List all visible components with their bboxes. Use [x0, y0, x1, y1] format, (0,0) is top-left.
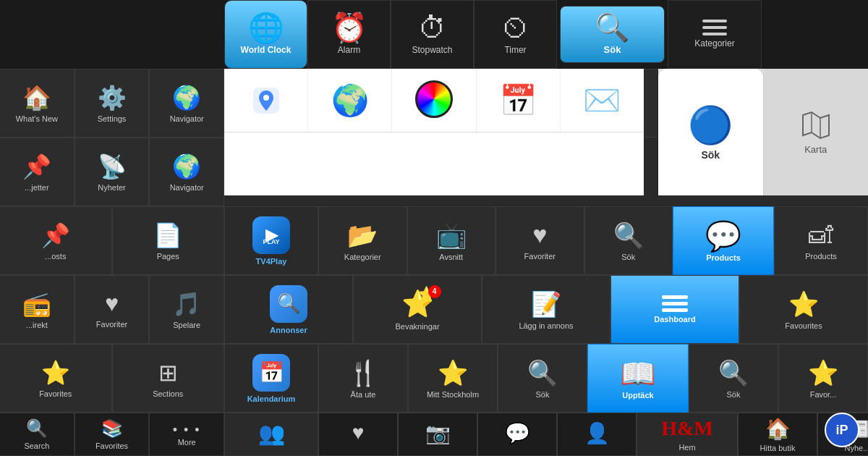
left-panel-row6: ⭐ Favorites ⊞ Sections: [0, 344, 224, 413]
navigator2-cell[interactable]: 🌍 Navigator: [149, 138, 224, 206]
calendar-icon: 📅: [499, 83, 537, 118]
star5-icon: ⭐: [438, 358, 468, 387]
ata-ute-cell[interactable]: 🍴 Äta ute: [318, 344, 408, 413]
gadgets-cell[interactable]: 📌 ...jetter: [0, 138, 75, 206]
kategorier3-cell[interactable]: 📂 Kategorier: [318, 206, 407, 275]
sections-label: Sections: [153, 389, 183, 398]
svg-point-1: [263, 95, 269, 101]
settings-cell[interactable]: ⚙️ Settings: [75, 69, 150, 138]
alarm-label: Alarm: [338, 45, 360, 55]
bevakningar-cell[interactable]: ⭐ ⭐ 4 Bevakningar: [353, 275, 482, 344]
sok-top-cell[interactable]: 🔍 Sök: [560, 6, 665, 63]
maps-app-cell[interactable]: [224, 69, 308, 132]
kategorier-top-cell[interactable]: Kategorier: [668, 0, 762, 69]
favorites5-label: Favorites: [39, 389, 72, 398]
overlay-bottom: [224, 132, 644, 195]
contacts-cell[interactable]: 👤: [557, 413, 637, 456]
ip-logo[interactable]: iP: [825, 413, 859, 447]
search4-icon: 🔍: [527, 358, 558, 387]
posts-icon: 📌: [41, 221, 70, 249]
radio-cell[interactable]: 📻 ...irekt: [0, 275, 75, 344]
posts-label: ...osts: [45, 252, 66, 261]
annonser-cell[interactable]: 🔍 Annonser: [224, 275, 353, 344]
people-cell[interactable]: 👥: [224, 413, 318, 456]
nyheter-cell[interactable]: 📡 Nyheter: [75, 138, 150, 206]
avsnitt-cell[interactable]: 📺 Avsnitt: [407, 206, 496, 275]
calendar-cell[interactable]: 📅: [477, 69, 561, 132]
main-cells-row6: 📅 Kalendarium 🍴 Äta ute ⭐ Mitt Stockholm…: [224, 344, 868, 413]
sok5-cell[interactable]: 🔍 Sök: [689, 344, 778, 413]
more-cell[interactable]: • • • More: [149, 413, 224, 456]
ata-ute-label: Äta ute: [351, 390, 376, 399]
folder2-icon: 📂: [347, 221, 378, 250]
favor-cell[interactable]: ⭐ Favor...: [778, 344, 868, 413]
star3-icon: ⭐: [788, 290, 819, 318]
grid-icon: ⊞: [158, 359, 178, 387]
star4-icon: ⭐: [41, 359, 70, 387]
world-clock-cell[interactable]: 🌐 World Clock: [224, 0, 307, 69]
left-panel-row5: 📻 ...irekt ♥ Favoriter 🎵 Spelare: [0, 275, 224, 344]
camera-icon: 📷: [425, 421, 451, 445]
alarm-cell[interactable]: ⏰ Alarm: [307, 0, 391, 69]
main-cells-row5: 🔍 Annonser ⭐ ⭐ 4 Bevakningar 📝 Lägg in a…: [224, 275, 868, 344]
nyheter-icon: 📡: [98, 153, 127, 180]
pages-label: Pages: [157, 252, 179, 261]
sofa-icon: 🛋: [809, 221, 833, 249]
mitt-stockholm-cell[interactable]: ⭐ Mitt Stockholm: [408, 344, 498, 413]
hitta-butik-label: Hitta butik: [760, 444, 796, 452]
favoriter4-cell[interactable]: ♥ Favoriter: [75, 275, 150, 344]
kalendarium-cell[interactable]: 📅 Kalendarium: [224, 344, 318, 413]
uptack-cell[interactable]: 📖 Upptäck: [587, 344, 689, 413]
stopwatch-cell[interactable]: ⏱ Stopwatch: [391, 0, 474, 69]
dashboard-icon: [662, 295, 688, 312]
sok4-label: Sök: [536, 390, 550, 399]
search-cell[interactable]: 🔍 Search: [0, 413, 75, 456]
overlay-panel: 🌍 📅 ✉️: [224, 69, 644, 195]
navigator2-icon: 🌍: [172, 153, 201, 180]
pages-cell[interactable]: 📄 Pages: [112, 206, 225, 275]
colorwheel-cell[interactable]: [392, 69, 476, 132]
karta-panel-cell[interactable]: Karta: [764, 69, 869, 195]
sok3-cell[interactable]: 🔍 Sök: [584, 206, 673, 275]
search-label: Search: [24, 442, 49, 450]
globe-app-cell[interactable]: 🌍: [308, 69, 392, 132]
music-icon: 🎵: [172, 290, 201, 318]
right-now-cell[interactable]: 💬 Products: [673, 206, 774, 275]
settings-icon: ⚙️: [98, 84, 127, 111]
avsnitt-label: Avsnitt: [439, 253, 463, 261]
camera-cell[interactable]: 📷: [398, 413, 477, 456]
kalendarium-icon: 📅: [252, 354, 290, 392]
tv4play-row: 📌 ...osts 📄 Pages ▶ PLAY TV4Play 📂 Kateg…: [0, 206, 868, 275]
posts-cell[interactable]: 📌 ...osts: [0, 206, 112, 275]
favoriter3-cell[interactable]: ♥ Favoriter: [495, 206, 584, 275]
navigator-cell[interactable]: 🌍 Navigator: [149, 69, 224, 138]
world-clock-label: World Clock: [241, 45, 292, 55]
favourites-cell[interactable]: ⭐ Favourites: [739, 275, 868, 344]
hem-label: Hem: [678, 443, 695, 452]
spelare-cell[interactable]: 🎵 Spelare: [149, 275, 224, 344]
hitta-butik-cell[interactable]: 🏠 Hitta butik: [738, 413, 817, 456]
navigator-label: Navigator: [170, 114, 204, 123]
tv4play-cell[interactable]: ▶ PLAY TV4Play: [224, 206, 318, 275]
sok4-cell[interactable]: 🔍 Sök: [498, 344, 587, 413]
heart-cell[interactable]: ♥: [318, 413, 398, 456]
dashboard-cell[interactable]: Dashboard: [610, 275, 739, 344]
whats-new-cell[interactable]: 🏠 What's New: [0, 69, 75, 138]
kalendarium-label: Kalendarium: [247, 394, 296, 403]
kalendarium-row: ⭐ Favorites ⊞ Sections 📅 Kalendarium 🍴 Ä…: [0, 344, 868, 413]
favorites6-cell[interactable]: 📚 Favorites: [75, 413, 150, 456]
hm-cell[interactable]: H&M Hem: [637, 413, 738, 456]
favorites6-label: Favorites: [95, 442, 128, 450]
book-icon: 📖: [620, 357, 656, 391]
chat2-cell[interactable]: 💬: [477, 413, 557, 456]
mail-cell[interactable]: ✉️: [561, 69, 644, 132]
timer-label: Timer: [504, 45, 526, 55]
lagg-in-annons-cell[interactable]: 📝 Lägg in annons: [482, 275, 610, 344]
chat2-icon: 💬: [505, 421, 530, 445]
sok-panel-cell[interactable]: 🔵 Sök: [658, 69, 764, 195]
favorites5-cell[interactable]: ⭐ Favorites: [0, 344, 112, 413]
timer-cell[interactable]: ⏲ Timer: [474, 0, 557, 69]
products-cell[interactable]: 🛋 Products: [774, 206, 868, 275]
heart-icon: ♥: [532, 221, 547, 249]
sections-cell[interactable]: ⊞ Sections: [112, 344, 225, 413]
